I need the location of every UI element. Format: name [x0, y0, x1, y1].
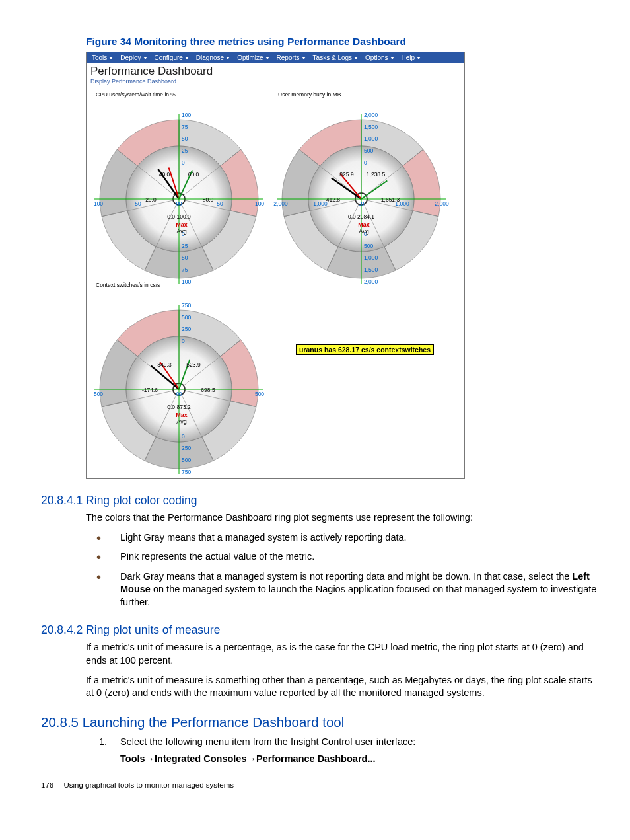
svg-text:75: 75: [182, 124, 188, 130]
menu-diagnose[interactable]: Diagnose: [193, 54, 234, 62]
svg-text:-174.6: -174.6: [142, 387, 158, 393]
menu-deploy[interactable]: Deploy: [118, 54, 151, 62]
svg-text:1,500: 1,500: [364, 266, 378, 273]
menu-path: Tools→Integrated Consoles→Performance Da…: [120, 753, 601, 764]
svg-text:-20.0: -20.0: [143, 196, 157, 203]
svg-text:0.0 100.0: 0.0 100.0: [167, 213, 191, 220]
svg-text:0: 0: [361, 200, 365, 207]
svg-text:500: 500: [182, 457, 191, 463]
svg-text:75: 75: [182, 266, 188, 273]
dashboard-subtitle[interactable]: Display Performance Dashboard: [90, 78, 460, 85]
svg-text:500: 500: [255, 391, 264, 397]
svg-text:1,651.3: 1,651.3: [381, 196, 400, 203]
svg-text:100: 100: [94, 200, 103, 207]
gauge-tooltip: uranus has 628.17 cs/s contextswitches: [296, 344, 434, 355]
units-p1: If a metric's unit of measure is a perce…: [86, 641, 601, 667]
svg-text:0: 0: [179, 391, 182, 397]
step-1: 1.Select the following menu item from th…: [96, 736, 601, 749]
svg-text:523.9: 523.9: [186, 362, 201, 368]
svg-text:Max: Max: [176, 412, 188, 418]
menu-options[interactable]: Options: [363, 54, 398, 62]
menu-help[interactable]: Help: [399, 54, 426, 62]
svg-text:2,000: 2,000: [364, 112, 378, 118]
svg-text:100: 100: [182, 278, 191, 285]
svg-text:2,000: 2,000: [273, 200, 288, 207]
svg-text:500: 500: [94, 391, 103, 397]
menu-reports[interactable]: Reports: [274, 54, 310, 62]
svg-text:0: 0: [182, 159, 185, 166]
svg-text:Max: Max: [358, 221, 370, 228]
gauge-1[interactable]: User memory busy in MB 2,0001,5001,00050…: [270, 90, 452, 280]
svg-text:2,000: 2,000: [364, 278, 378, 285]
svg-text:0.0 2084.1: 0.0 2084.1: [348, 213, 374, 220]
svg-text:750: 750: [182, 469, 191, 475]
svg-text:0: 0: [182, 338, 185, 344]
gauge-label: CPU user/system/wait time in %: [88, 90, 270, 98]
svg-text:0: 0: [179, 200, 182, 207]
svg-text:50: 50: [217, 200, 223, 207]
heading-color-coding: 20.8.4.1 Ring plot color coding: [41, 494, 601, 508]
figure-caption: Figure 34 Monitoring three metrics using…: [86, 36, 601, 48]
svg-text:698.5: 698.5: [201, 387, 215, 393]
svg-text:750: 750: [182, 302, 191, 309]
svg-text:250: 250: [182, 326, 191, 332]
svg-text:50: 50: [135, 200, 141, 207]
heading-units: 20.8.4.2 Ring plot units of measure: [41, 623, 601, 637]
svg-text:349.3: 349.3: [157, 362, 172, 368]
svg-text:100: 100: [182, 112, 191, 118]
svg-text:40.0: 40.0: [159, 171, 170, 178]
gauge-label: User memory busy in MB: [270, 90, 452, 98]
svg-text:25: 25: [182, 147, 188, 154]
svg-text:80.0: 80.0: [203, 196, 214, 203]
color-coding-list: Light Gray means that a managed system i…: [96, 531, 601, 609]
svg-text:0: 0: [182, 433, 185, 439]
svg-text:0.0 873.2: 0.0 873.2: [167, 404, 191, 410]
step-1-text: Select the following menu item from the …: [120, 736, 415, 747]
svg-text:25: 25: [182, 243, 188, 249]
svg-text:500: 500: [364, 243, 373, 249]
launch-steps: 1.Select the following menu item from th…: [96, 736, 601, 749]
gauge-2[interactable]: Context switches/s in cs/s 7505002500025…: [88, 280, 270, 471]
svg-text:Avg: Avg: [176, 228, 186, 235]
dashboard-title: Performance Dashboard: [90, 65, 460, 78]
units-p2: If a metric's unit of measure is somethi…: [86, 674, 601, 700]
svg-text:100: 100: [255, 200, 264, 207]
svg-text:1,000: 1,000: [364, 254, 378, 261]
svg-text:50: 50: [182, 135, 188, 142]
heading-launch: 20.8.5 Launching the Performance Dashboa…: [41, 714, 601, 730]
menu-tasks-logs[interactable]: Tasks & Logs: [310, 54, 363, 62]
svg-text:2,000: 2,000: [435, 200, 449, 207]
gauge-0[interactable]: CPU user/system/wait time in % 100755025…: [88, 90, 270, 280]
list-item: Dark Gray means that a managed system is…: [96, 570, 601, 609]
menu-configure[interactable]: Configure: [152, 54, 193, 62]
svg-text:Avg: Avg: [176, 418, 186, 425]
intro-color-coding: The colors that the Performance Dashboar…: [86, 512, 601, 525]
menu-tools[interactable]: Tools: [89, 54, 118, 62]
footer-title: Using graphical tools to monitor managed…: [63, 781, 234, 789]
svg-text:0: 0: [364, 159, 367, 166]
dashboard-screenshot: ToolsDeployConfigureDiagnoseOptimizeRepo…: [86, 52, 465, 479]
page-number: 176: [41, 781, 53, 789]
svg-text:825.9: 825.9: [339, 171, 354, 178]
menu-optimize[interactable]: Optimize: [234, 54, 273, 62]
svg-text:60.0: 60.0: [188, 171, 199, 178]
svg-text:1,238.5: 1,238.5: [367, 171, 386, 178]
svg-text:250: 250: [182, 445, 191, 451]
svg-text:50: 50: [182, 254, 188, 261]
app-menubar: ToolsDeployConfigureDiagnoseOptimizeRepo…: [87, 52, 464, 63]
svg-text:-412.8: -412.8: [324, 196, 340, 203]
list-item: Light Gray means that a managed system i…: [96, 531, 601, 545]
svg-text:1,500: 1,500: [364, 124, 378, 130]
svg-text:500: 500: [364, 147, 373, 154]
svg-text:500: 500: [182, 314, 191, 321]
svg-text:1,000: 1,000: [364, 135, 378, 142]
svg-text:Max: Max: [176, 221, 188, 228]
list-item: Pink represents the actual value of the …: [96, 551, 601, 564]
svg-text:Avg: Avg: [359, 228, 368, 235]
page-footer: 176 Using graphical tools to monitor man…: [41, 781, 601, 789]
